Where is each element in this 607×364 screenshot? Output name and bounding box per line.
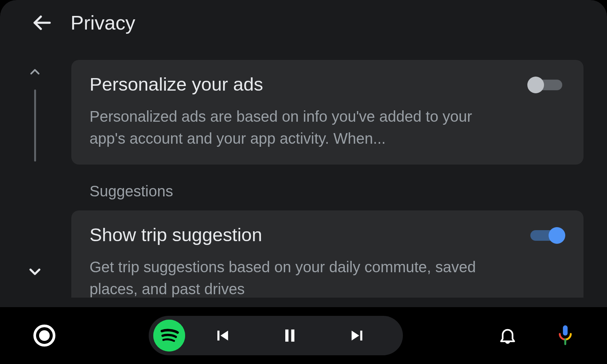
setting-text: Show trip suggestion Get trip suggestion…	[90, 224, 488, 298]
screen: Privacy Personalize your ads Personalize…	[0, 0, 607, 364]
setting-text: Personalize your ads Personalized ads ar…	[90, 74, 488, 149]
scroll-up-button[interactable]	[27, 64, 42, 80]
toggle-show-trip-suggestion[interactable]	[527, 226, 565, 245]
notifications-button[interactable]	[496, 324, 519, 347]
setting-show-trip-suggestion[interactable]: Show trip suggestion Get trip suggestion…	[71, 210, 583, 298]
chevron-down-icon	[27, 264, 42, 279]
spotify-icon	[153, 320, 185, 351]
svg-rect-4	[563, 325, 568, 336]
system-bar-right	[496, 324, 577, 347]
section-label-suggestions: Suggestions	[90, 183, 583, 200]
svg-rect-2	[285, 329, 288, 342]
google-mic-icon	[556, 325, 575, 347]
skip-previous-icon	[212, 326, 232, 345]
svg-rect-3	[291, 329, 294, 342]
setting-title: Personalize your ads	[90, 74, 488, 95]
media-app-spotify[interactable]	[153, 320, 185, 351]
pause-icon	[281, 326, 299, 345]
scroll-indicator	[24, 64, 46, 279]
next-track-button[interactable]	[327, 320, 388, 351]
setting-description: Get trip suggestions based on your daily…	[90, 256, 488, 298]
setting-title: Show trip suggestion	[90, 224, 488, 245]
back-arrow-icon	[31, 12, 52, 33]
skip-next-icon	[348, 326, 367, 345]
previous-track-button[interactable]	[192, 320, 253, 351]
scroll-down-button[interactable]	[27, 264, 42, 279]
settings-panel: Privacy Personalize your ads Personalize…	[0, 0, 607, 307]
page-title: Privacy	[71, 11, 135, 34]
setting-personalize-ads[interactable]: Personalize your ads Personalized ads ar…	[71, 60, 583, 165]
system-bar	[0, 307, 607, 364]
setting-row: Show trip suggestion Get trip suggestion…	[90, 224, 565, 298]
assistant-mic-button[interactable]	[554, 324, 577, 347]
toggle-thumb	[527, 77, 544, 93]
home-button[interactable]	[33, 325, 55, 347]
setting-description: Personalized ads are based on info you'v…	[90, 105, 488, 149]
scroll-track	[34, 89, 36, 162]
toggle-thumb	[549, 227, 565, 244]
header: Privacy	[0, 0, 607, 42]
settings-list: Personalize your ads Personalized ads ar…	[71, 60, 583, 307]
chevron-up-icon	[28, 66, 41, 78]
setting-row: Personalize your ads Personalized ads ar…	[90, 74, 565, 149]
media-controls	[149, 316, 403, 355]
play-pause-button[interactable]	[259, 320, 320, 351]
toggle-personalize-ads[interactable]	[527, 76, 565, 94]
back-button[interactable]	[30, 11, 54, 35]
bell-icon	[498, 326, 517, 345]
